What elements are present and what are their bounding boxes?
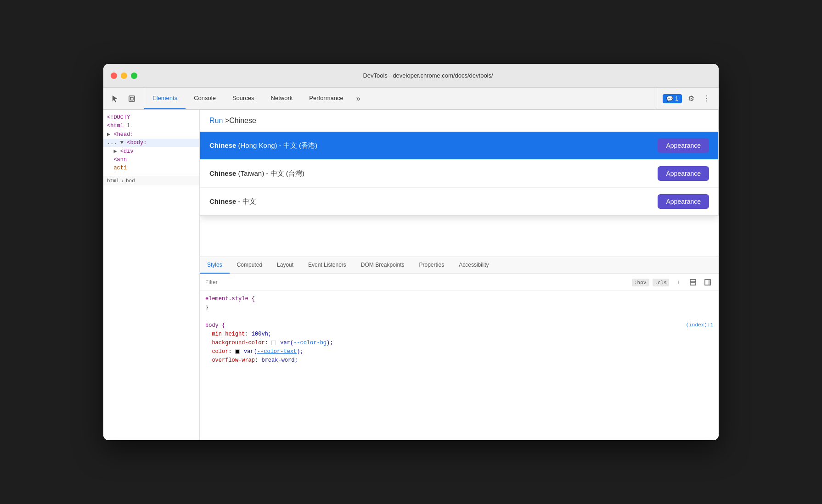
color-swatch-text[interactable] — [235, 349, 240, 354]
breadcrumb-body[interactable]: bod — [126, 178, 135, 184]
devtools-window: DevTools - developer.chrome.com/docs/dev… — [103, 64, 719, 440]
dropdown-run-label: Run — [209, 117, 223, 124]
layout-icon[interactable] — [687, 277, 698, 288]
title-bar: DevTools - developer.chrome.com/docs/dev… — [103, 64, 719, 88]
tab-properties[interactable]: Properties — [412, 257, 452, 274]
close-button[interactable] — [111, 73, 117, 79]
hov-badge[interactable]: :hov — [632, 279, 649, 286]
dom-tree: <!DOCTY <html l ▶ <head: ... ▼ <body: ▶ … — [103, 110, 199, 176]
dom-line-ann[interactable]: <ann — [103, 156, 199, 164]
window-title: DevTools - developer.chrome.com/docs/dev… — [145, 72, 711, 79]
chat-badge[interactable]: 💬 1 — [663, 94, 682, 103]
tab-performance[interactable]: Performance — [301, 88, 351, 109]
command-dropdown: Run >Chinese Chinese (Hong Kong) - 中文 (香… — [200, 110, 719, 216]
dom-line-body[interactable]: ... ▼ <body: — [103, 139, 199, 147]
css-prop-bg: background-color — [205, 340, 265, 346]
dom-panel: <!DOCTY <html l ▶ <head: ... ▼ <body: ▶ … — [103, 110, 200, 440]
styles-panel: Styles Computed Layout Event Listeners D — [200, 257, 719, 440]
appearance-button-1[interactable]: Appearance — [658, 166, 709, 181]
tab-event-listeners[interactable]: Event Listeners — [301, 257, 354, 274]
inspect-icon[interactable] — [125, 92, 138, 105]
css-value-min-height: 100vh; — [252, 331, 271, 337]
css-selector-body: body { — [205, 322, 225, 329]
styles-filter-input[interactable] — [205, 279, 628, 286]
css-prop-min-height: min-height — [205, 331, 245, 337]
dropdown-item-label-0: Chinese (Hong Kong) - 中文 (香港) — [209, 141, 317, 150]
filter-bar: :hov .cls + — [200, 274, 719, 291]
tab-computed[interactable]: Computed — [230, 257, 270, 274]
tab-network[interactable]: Network — [263, 88, 301, 109]
css-block-body: body { (index):1 min-height: 100vh; back… — [205, 321, 713, 365]
css-content: element.style { } body { (index):1 min-h… — [200, 291, 719, 369]
toolbar-icons — [103, 88, 144, 109]
css-source-body[interactable]: (index):1 — [686, 321, 713, 330]
tab-elements[interactable]: Elements — [144, 88, 186, 109]
devtools-toolbar: Elements Console Sources Network Perform… — [103, 88, 719, 110]
svg-rect-4 — [705, 280, 710, 285]
more-menu-button[interactable]: ⋮ — [700, 92, 713, 105]
tab-styles[interactable]: Styles — [200, 257, 230, 274]
traffic-lights — [111, 73, 137, 79]
more-tabs-button[interactable]: » — [352, 88, 365, 109]
filter-actions: :hov .cls + — [632, 277, 713, 288]
tab-console[interactable]: Console — [186, 88, 224, 109]
tab-layout[interactable]: Layout — [270, 257, 301, 274]
toolbar-right: 💬 1 ⚙ ⋮ — [657, 88, 719, 109]
dropdown-item-0[interactable]: Chinese (Hong Kong) - 中文 (香港) Appearance — [200, 132, 718, 160]
dropdown-item-2[interactable]: Chinese - 中文 Appearance — [200, 188, 718, 215]
add-style-icon[interactable]: + — [673, 277, 684, 288]
css-block-element-style: element.style { } — [205, 295, 713, 312]
devtools-main: <!DOCTY <html l ▶ <head: ... ▼ <body: ▶ … — [103, 110, 719, 440]
appearance-button-2[interactable]: Appearance — [658, 194, 709, 209]
breadcrumb-html[interactable]: html — [107, 178, 119, 184]
css-selector-element: element.style { — [205, 296, 255, 302]
css-link-color-bg[interactable]: --color-bg — [293, 340, 327, 346]
dropdown-search-text[interactable]: >Chinese — [225, 117, 256, 124]
tab-accessibility[interactable]: Accessibility — [451, 257, 496, 274]
dropdown-search-row: Run >Chinese — [200, 110, 718, 132]
settings-button[interactable]: ⚙ — [685, 92, 698, 105]
breadcrumb: html › bod — [103, 176, 199, 185]
css-value-color: var(--color-text); — [244, 348, 304, 355]
cls-badge[interactable]: .cls — [653, 279, 670, 286]
dom-line-div[interactable]: ▶ <div — [103, 147, 199, 156]
color-swatch-bg[interactable] — [271, 341, 276, 345]
css-value-overflow-wrap: break-word; — [261, 357, 298, 364]
dom-line-html[interactable]: <html l — [103, 122, 199, 130]
css-prop-color: color — [205, 348, 228, 355]
dropdown-item-1[interactable]: Chinese (Taiwan) - 中文 (台灣) Appearance — [200, 160, 718, 188]
styles-tabs: Styles Computed Layout Event Listeners D — [200, 257, 719, 274]
dom-line-head[interactable]: ▶ <head: — [103, 130, 199, 139]
dropdown-item-label-1: Chinese (Taiwan) - 中文 (台灣) — [209, 169, 304, 178]
css-link-color-text[interactable]: --color-text — [257, 348, 297, 355]
css-prop-overflow-wrap: overflow-wrap — [205, 357, 255, 364]
cursor-icon[interactable] — [109, 92, 122, 105]
dom-line-acti: acti — [103, 164, 199, 172]
right-panel: Run >Chinese Chinese (Hong Kong) - 中文 (香… — [200, 110, 719, 440]
devtools-panel: Elements Console Sources Network Perform… — [103, 88, 719, 440]
svg-rect-3 — [690, 283, 696, 285]
tab-dom-breakpoints[interactable]: DOM Breakpoints — [354, 257, 412, 274]
main-tabs: Elements Console Sources Network Perform… — [144, 88, 657, 109]
dropdown-item-label-2: Chinese - 中文 — [209, 197, 256, 206]
dom-line-doctype: <!DOCTY — [103, 113, 199, 122]
appearance-button-0[interactable]: Appearance — [658, 138, 709, 153]
css-value-bg: var(--color-bg); — [280, 340, 333, 346]
maximize-button[interactable] — [131, 73, 137, 79]
minimize-button[interactable] — [121, 73, 127, 79]
svg-rect-1 — [130, 97, 133, 100]
svg-rect-2 — [690, 280, 696, 282]
svg-rect-0 — [129, 96, 135, 101]
tab-sources[interactable]: Sources — [224, 88, 263, 109]
sidebar-icon[interactable] — [702, 277, 713, 288]
